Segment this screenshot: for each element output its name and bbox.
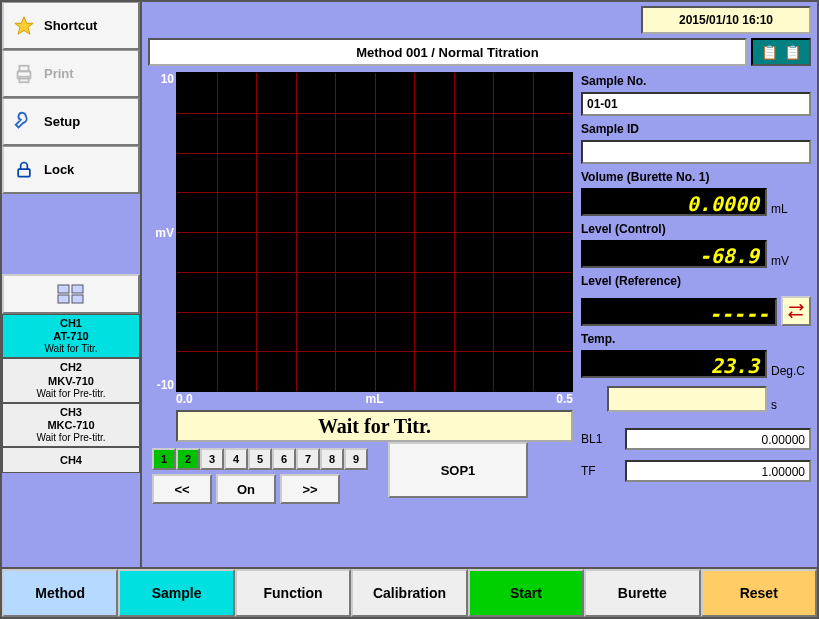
x-axis-unit: mL [308, 392, 440, 406]
sample-button[interactable]: Sample [118, 569, 234, 617]
on-button[interactable]: On [216, 474, 276, 504]
ch2-status: Wait for Pre-titr. [36, 388, 105, 400]
page-button-6[interactable]: 6 [272, 448, 296, 470]
grid-icon [56, 283, 86, 305]
ch2-model: MKV-710 [48, 375, 94, 388]
level-reference-display: ----- [581, 298, 777, 326]
tf-value[interactable]: 1.00000 [625, 460, 811, 482]
print-label: Print [44, 66, 74, 81]
xtick-left: 0.0 [176, 392, 308, 406]
y-axis-labels: 10 mV -10 [148, 72, 176, 392]
page-button-2[interactable]: 2 [176, 448, 200, 470]
ch3-status: Wait for Pre-titr. [36, 432, 105, 444]
lock-button[interactable]: Lock [2, 146, 140, 194]
page-button-7[interactable]: 7 [296, 448, 320, 470]
channel-2[interactable]: CH2 MKV-710 Wait for Pre-titr. [2, 358, 140, 402]
ch3-model: MKC-710 [47, 419, 94, 432]
elapsed-time-display [607, 386, 767, 412]
setup-button[interactable]: Setup [2, 98, 140, 146]
temp-unit: Deg.C [771, 364, 811, 378]
bl1-label: BL1 [581, 432, 621, 446]
wrench-icon [12, 110, 36, 134]
svg-rect-4 [18, 169, 30, 177]
titration-chart [176, 72, 573, 392]
ch3-name: CH3 [60, 406, 82, 419]
svg-rect-6 [72, 285, 83, 293]
sample-no-input[interactable]: 01-01 [581, 92, 811, 116]
svg-rect-5 [58, 285, 69, 293]
sop-button[interactable]: SOP1 [388, 442, 528, 498]
channel-1[interactable]: CH1 AT-710 Wait for Titr. [2, 314, 140, 358]
next-button[interactable]: >> [280, 474, 340, 504]
svg-rect-2 [19, 65, 28, 71]
sidebar: Shortcut Print Setup Lock [2, 2, 142, 567]
reset-button[interactable]: Reset [701, 569, 817, 617]
prev-button[interactable]: << [152, 474, 212, 504]
bottom-bar: Method Sample Function Calibration Start… [2, 567, 817, 617]
datetime-display: 2015/01/10 16:10 [641, 6, 811, 34]
setup-label: Setup [44, 114, 80, 129]
svg-rect-8 [72, 295, 83, 303]
level-reference-label: Level (Reference) [581, 274, 811, 288]
sample-id-label: Sample ID [581, 122, 811, 136]
level-control-label: Level (Control) [581, 222, 811, 236]
burette-button[interactable]: Burette [584, 569, 700, 617]
ch1-model: AT-710 [53, 330, 88, 343]
swap-icon [787, 302, 805, 320]
svg-rect-7 [58, 295, 69, 303]
page-button-1[interactable]: 1 [152, 448, 176, 470]
calibration-button[interactable]: Calibration [351, 569, 467, 617]
channel-grid-button[interactable] [2, 274, 140, 314]
xtick-right: 0.5 [441, 392, 573, 406]
method-title: Method 001 / Normal Titration [148, 38, 747, 66]
ch1-status: Wait for Titr. [45, 343, 98, 355]
ytick-top: 10 [161, 72, 174, 86]
bl1-value[interactable]: 0.00000 [625, 428, 811, 450]
svg-marker-0 [15, 16, 33, 33]
page-buttons: 123456789 [152, 448, 368, 470]
volume-label: Volume (Burette No. 1) [581, 170, 811, 184]
ch2-name: CH2 [60, 361, 82, 374]
ch4-name: CH4 [60, 454, 82, 467]
page-button-8[interactable]: 8 [320, 448, 344, 470]
x-axis-labels: 0.0 mL 0.5 [176, 392, 573, 406]
level-control-unit: mV [771, 254, 811, 268]
star-icon [12, 14, 36, 38]
lock-label: Lock [44, 162, 74, 177]
page-button-4[interactable]: 4 [224, 448, 248, 470]
method-button[interactable]: Method [2, 569, 118, 617]
ytick-bot: -10 [157, 378, 174, 392]
channel-3[interactable]: CH3 MKC-710 Wait for Pre-titr. [2, 403, 140, 447]
volume-unit: mL [771, 202, 811, 216]
shortcut-label: Shortcut [44, 18, 97, 33]
channel-4[interactable]: CH4 [2, 447, 140, 473]
temp-label: Temp. [581, 332, 811, 346]
page-button-9[interactable]: 9 [344, 448, 368, 470]
sample-id-input[interactable] [581, 140, 811, 164]
function-button[interactable]: Function [235, 569, 351, 617]
page-button-3[interactable]: 3 [200, 448, 224, 470]
print-button[interactable]: Print [2, 50, 140, 98]
temp-display: 23.3 [581, 350, 767, 378]
title-mode-icons[interactable]: 📋 📋 [751, 38, 811, 66]
volume-display: 0.0000 [581, 188, 767, 216]
printer-icon [12, 62, 36, 86]
clipboard-icon-2: 📋 [784, 44, 801, 60]
clipboard-icon-1: 📋 [761, 44, 778, 60]
y-axis-unit: mV [155, 226, 174, 240]
tf-label: TF [581, 464, 621, 478]
ch1-name: CH1 [60, 317, 82, 330]
time-unit: s [771, 398, 811, 412]
swap-button[interactable] [781, 296, 811, 326]
status-display: Wait for Titr. [176, 410, 573, 442]
page-button-5[interactable]: 5 [248, 448, 272, 470]
shortcut-button[interactable]: Shortcut [2, 2, 140, 50]
sample-no-label: Sample No. [581, 74, 811, 88]
level-control-display: -68.9 [581, 240, 767, 268]
lock-icon [12, 158, 36, 182]
start-button[interactable]: Start [468, 569, 584, 617]
